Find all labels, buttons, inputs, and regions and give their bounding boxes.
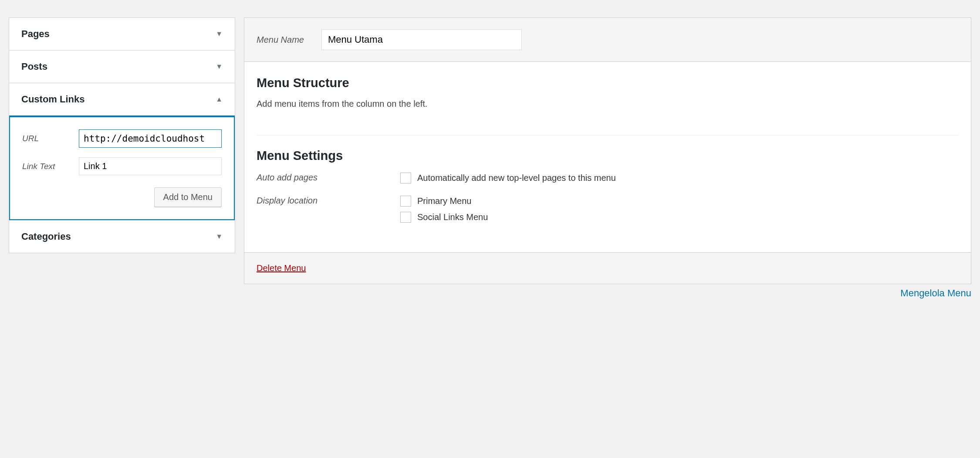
- metabox-posts-toggle[interactable]: Posts ▼: [9, 51, 235, 83]
- link-text-input[interactable]: [79, 157, 222, 175]
- display-location-label: Display location: [257, 196, 400, 228]
- menu-name-row: Menu Name: [244, 18, 971, 62]
- checkbox-icon[interactable]: [400, 212, 411, 223]
- metabox-categories-title: Categories: [21, 231, 71, 242]
- auto-add-pages-text: Automatically add new top-level pages to…: [417, 173, 616, 183]
- metabox-pages-title: Pages: [21, 28, 50, 40]
- metabox-posts: Posts ▼: [9, 51, 235, 83]
- link-text-label: Link Text: [22, 162, 79, 171]
- caret-down-icon: ▼: [216, 63, 223, 71]
- caret-down-icon: ▼: [216, 30, 223, 38]
- menu-structure-help: Add menu items from the column on the le…: [257, 99, 959, 109]
- menu-name-input[interactable]: [321, 29, 522, 50]
- menu-sources-column: Pages ▼ Posts ▼ Custom Links ▲ URL Lin: [9, 17, 235, 253]
- menu-panel-footer: Delete Menu: [244, 252, 971, 284]
- url-input[interactable]: [79, 129, 222, 148]
- menu-structure-heading: Menu Structure: [257, 76, 959, 90]
- delete-menu-link[interactable]: Delete Menu: [257, 263, 306, 273]
- menu-panel: Menu Name Menu Structure Add menu items …: [244, 17, 971, 284]
- location-primary-option[interactable]: Primary Menu: [400, 196, 959, 207]
- manage-menu-link[interactable]: Mengelola Menu: [900, 288, 971, 299]
- metabox-pages: Pages ▼: [9, 17, 235, 51]
- metabox-pages-toggle[interactable]: Pages ▼: [9, 18, 235, 50]
- menu-edit-column: Menu Name Menu Structure Add menu items …: [244, 17, 971, 299]
- caret-up-icon: ▲: [216, 95, 223, 103]
- menu-name-label: Menu Name: [257, 35, 304, 45]
- metabox-posts-title: Posts: [21, 61, 47, 72]
- custom-links-panel: URL Link Text Add to Menu: [9, 115, 235, 220]
- caret-down-icon: ▼: [216, 233, 223, 241]
- section-divider: [257, 135, 959, 136]
- auto-add-pages-label: Auto add pages: [257, 173, 400, 189]
- metabox-custom-links-title: Custom Links: [21, 94, 84, 105]
- menu-settings-heading: Menu Settings: [257, 149, 959, 163]
- url-label: URL: [22, 134, 79, 143]
- add-to-menu-button[interactable]: Add to Menu: [154, 187, 222, 207]
- menu-panel-body: Menu Structure Add menu items from the c…: [244, 62, 971, 252]
- location-social-text: Social Links Menu: [417, 212, 488, 222]
- checkbox-icon[interactable]: [400, 173, 411, 183]
- metabox-categories-toggle[interactable]: Categories ▼: [9, 221, 235, 253]
- metabox-custom-links-toggle[interactable]: Custom Links ▲: [9, 83, 235, 115]
- location-social-option[interactable]: Social Links Menu: [400, 212, 959, 223]
- metabox-categories: Categories ▼: [9, 221, 235, 253]
- metabox-custom-links: Custom Links ▲ URL Link Text Add to Menu: [9, 83, 235, 221]
- auto-add-pages-option[interactable]: Automatically add new top-level pages to…: [400, 173, 959, 183]
- checkbox-icon[interactable]: [400, 196, 411, 207]
- location-primary-text: Primary Menu: [417, 196, 471, 206]
